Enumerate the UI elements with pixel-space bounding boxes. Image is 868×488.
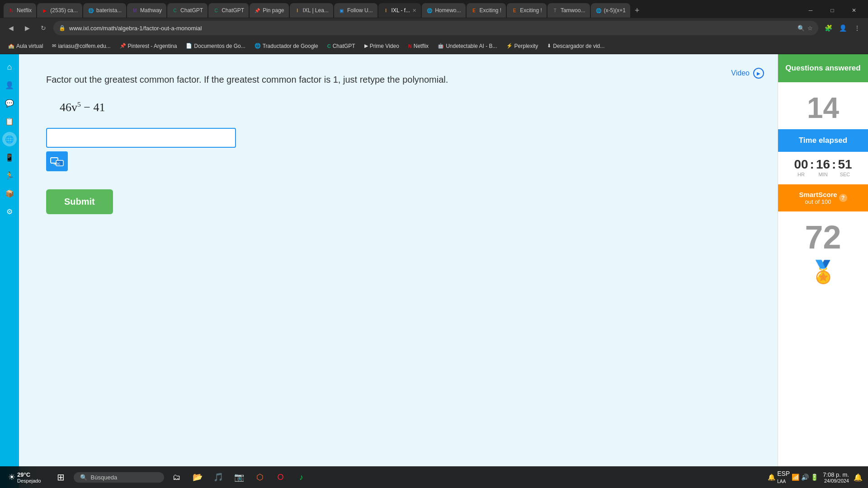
reload-button[interactable]: ↻ — [37, 22, 50, 34]
language-indicator[interactable]: ESP LAA — [777, 470, 790, 484]
sidebar-clipboard-icon[interactable]: 📋 — [2, 114, 17, 128]
start-button[interactable]: ⊞ — [51, 467, 71, 487]
question-instruction: Factor out the greatest common factor. I… — [46, 72, 453, 87]
back-button[interactable]: ◀ — [5, 22, 17, 34]
taskbar-clock[interactable]: 7:08 p. m. 24/09/2024 — [823, 471, 849, 483]
browser-actions: 🧩 👤 ⋮ — [822, 22, 863, 34]
timer-hours: 00 — [794, 157, 808, 172]
bookmark-translate[interactable]: 🌐 Traductador de Google — [251, 42, 322, 51]
bookmark-perplexity[interactable]: ⚡ Perplexity — [503, 42, 542, 51]
extensions-icon[interactable]: 🧩 — [822, 22, 835, 34]
tab-chatgpt2[interactable]: C ChatGPT — [208, 3, 249, 18]
forward-button[interactable]: ▶ — [21, 22, 33, 34]
submit-button[interactable]: Submit — [46, 189, 113, 214]
timer-minutes: 16 — [816, 157, 830, 172]
tab-mathway[interactable]: M Mathway — [127, 3, 166, 18]
tab-ixl-active[interactable]: I IXL - f... ✕ — [378, 3, 421, 18]
taskbar-explorer-icon[interactable]: 🗂 — [167, 467, 187, 487]
bookmark-icon: 🏫 — [8, 43, 14, 49]
tab-label: Exciting ! — [480, 7, 502, 14]
tab-favicon: E — [511, 7, 518, 14]
taskbar-opera-icon[interactable]: O — [271, 467, 291, 487]
bookmark-icon: 🤖 — [438, 43, 444, 49]
questions-answered-button[interactable]: Questions answered — [778, 54, 868, 82]
sidebar-globe-icon[interactable]: 🌐 — [2, 132, 17, 146]
smartscore-help-icon[interactable]: ? — [839, 194, 847, 202]
notifications-icon[interactable]: 🔔 — [768, 474, 775, 481]
tab-tamwood[interactable]: T Tamwoo... — [547, 3, 590, 18]
time-elapsed-button[interactable]: Time elapsed — [778, 129, 868, 152]
bookmark-pinterest[interactable]: 📌 Pinterest - Argentina — [116, 42, 181, 51]
sidebar-box-icon[interactable]: 📦 — [2, 186, 17, 201]
tab-label: (x-5)(x+1 — [604, 7, 626, 14]
tab-label: ChatGPT — [180, 7, 203, 14]
tab-favicon: ▶ — [42, 7, 48, 14]
bookmark-docs[interactable]: 📄 Documentos de Go... — [182, 42, 249, 51]
taskbar-spotify-icon[interactable]: ♪ — [292, 467, 311, 487]
sidebar-whatsapp-icon[interactable]: 📱 — [2, 150, 17, 164]
address-bar-row: ◀ ▶ ↻ 🔒 www.ixl.com/math/algebra-1/facto… — [0, 18, 868, 38]
new-tab-button[interactable]: + — [631, 6, 643, 15]
smartscore-label: SmartScore — [799, 191, 837, 198]
close-button[interactable]: ✕ — [844, 3, 864, 18]
smartscore-button[interactable]: SmartScore out of 100 ? — [778, 184, 868, 211]
taskbar-camera-icon[interactable]: 📷 — [229, 467, 249, 487]
tab-baterista[interactable]: 🌐 baterista... — [83, 3, 126, 18]
tab-favicon: ▣ — [339, 7, 345, 14]
tab-youtube[interactable]: ▶ (2535) ca... — [37, 3, 82, 18]
tab-exciting1[interactable]: E Exciting ! — [467, 3, 506, 18]
maximize-button[interactable]: □ — [822, 3, 843, 18]
tab-ixl-learn[interactable]: I IXL | Lea... — [290, 3, 333, 18]
bookmark-star-icon[interactable]: ☆ — [807, 25, 813, 32]
taskbar-media-icon[interactable]: 🎵 — [208, 467, 228, 487]
taskbar-weather[interactable]: ☀ 29°C Despejado — [5, 470, 44, 484]
bookmark-chatgpt[interactable]: C ChatGPT — [324, 42, 359, 51]
tab-close-icon[interactable]: ✕ — [412, 8, 416, 14]
language-label: ESP — [777, 470, 790, 477]
minimize-button[interactable]: ─ — [800, 3, 821, 18]
sidebar-user-icon[interactable]: 👤 — [2, 78, 17, 92]
video-button[interactable]: Video ▶ — [731, 68, 764, 79]
medal-icon: 🏅 — [778, 259, 868, 289]
tab-favicon: 🌐 — [426, 7, 433, 14]
bookmark-icon: ⚡ — [506, 43, 513, 49]
bookmark-prime[interactable]: ▶ Prime Video — [361, 42, 403, 51]
bookmark-downloader[interactable]: ⬇ Descargador de vid... — [543, 42, 608, 51]
taskbar-explorer2-icon[interactable]: 📂 — [188, 467, 208, 487]
sidebar-run-icon[interactable]: 🏃 — [2, 168, 17, 183]
bookmark-label: Descargador de vid... — [553, 43, 604, 49]
tab-followup[interactable]: ▣ Follow U... — [334, 3, 377, 18]
sidebar-home-icon[interactable]: ⌂ — [2, 60, 17, 74]
bookmark-netflix[interactable]: N Netflix — [405, 42, 432, 51]
tab-pin[interactable]: 📌 Pin page — [250, 3, 288, 18]
menu-icon[interactable]: ⋮ — [851, 22, 863, 34]
bookmark-aula[interactable]: 🏫 Aula virtual — [5, 42, 47, 51]
tab-netflix[interactable]: N Netflix — [4, 3, 36, 18]
bookmark-gmail[interactable]: ✉ iariasu@colfem.edu... — [48, 42, 114, 51]
sidebar-settings-icon[interactable]: ⚙ — [2, 204, 17, 219]
exponent: 5 — [77, 100, 81, 108]
taskbar-browser-icon[interactable]: ⬡ — [250, 467, 270, 487]
bookmark-undetectable[interactable]: 🤖 Undetectable AI - B... — [434, 42, 500, 51]
taskbar-search[interactable]: 🔍 Búsqueda — [74, 472, 164, 483]
math-symbol-button[interactable]: abc — [46, 151, 68, 171]
tab-math-expr[interactable]: 🌐 (x-5)(x+1 — [591, 3, 630, 18]
volume-icon[interactable]: 🔊 — [801, 474, 809, 481]
tab-chatgpt1[interactable]: C ChatGPT — [167, 3, 208, 18]
tab-label: baterista... — [96, 7, 122, 14]
search-address-icon[interactable]: 🔍 — [797, 25, 805, 32]
battery-icon[interactable]: 🔋 — [811, 474, 818, 481]
tab-homework[interactable]: 🌐 Homewo... — [422, 3, 465, 18]
sidebar-chat-icon[interactable]: 💬 — [2, 96, 17, 110]
taskbar: ☀ 29°C Despejado ⊞ 🔍 Búsqueda 🗂 📂 🎵 📷 ⬡ … — [0, 466, 868, 488]
profile-icon[interactable]: 👤 — [836, 22, 849, 34]
bookmark-icon: 🌐 — [255, 43, 261, 49]
lock-icon: 🔒 — [59, 25, 66, 31]
wifi-icon[interactable]: 📶 — [792, 474, 799, 481]
notification-bell-icon[interactable]: 🔔 — [854, 473, 863, 482]
answer-input[interactable] — [46, 128, 236, 148]
address-bar[interactable]: 🔒 www.ixl.com/math/algebra-1/factor-out-… — [53, 21, 818, 35]
bookmark-label: Undetectable AI - B... — [446, 43, 497, 49]
tab-exciting2[interactable]: E Exciting ! — [507, 3, 547, 18]
bookmark-icon: ▶ — [364, 43, 368, 49]
